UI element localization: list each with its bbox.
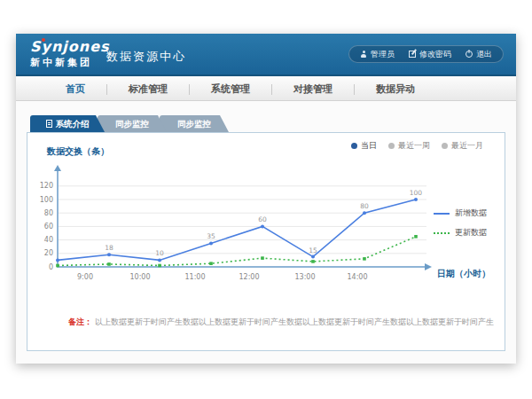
logo-brand: Synjones — [30, 40, 110, 54]
nav-item-data-change[interactable]: 数据异动 — [355, 82, 436, 96]
tab-sync-monitor-2-label: 同步监控 — [177, 115, 211, 132]
filter-today-label: 当日 — [361, 140, 377, 152]
footnote: 备注： 以上数据更新于时间产生数据以上数据更新于时间产生数据以上数据更新于时间产… — [68, 317, 494, 328]
logout-label: 退出 — [476, 49, 492, 60]
document-icon — [46, 120, 52, 128]
logout-button[interactable]: 退出 — [466, 49, 492, 60]
svg-text:18: 18 — [105, 244, 113, 252]
filter-last-week[interactable]: 最近一周 — [388, 140, 430, 152]
app-header: Synjones 新中新集团 数据资源中心 管理员 修改密码 退出 — [16, 34, 516, 76]
main-nav: 首页 标准管理 系统管理 对接管理 数据异动 — [16, 78, 516, 101]
svg-text:80: 80 — [44, 209, 53, 217]
nav-item-connect-mgmt[interactable]: 对接管理 — [272, 82, 354, 96]
nav-item-system-mgmt[interactable]: 系统管理 — [190, 82, 271, 96]
svg-text:100: 100 — [410, 189, 423, 197]
tab-system-intro[interactable]: 系统介绍 — [30, 115, 105, 132]
change-password-label: 修改密码 — [419, 49, 451, 60]
logo: Synjones 新中新集团 — [30, 40, 110, 69]
y-axis-title: 数据交换（条） — [47, 145, 109, 158]
svg-text:10: 10 — [155, 249, 164, 257]
logo-red-dot-icon — [42, 38, 45, 42]
page-title: 数据资源中心 — [106, 49, 186, 65]
footnote-text: 以上数据更新于时间产生数据以上数据更新于时间产生数据以上数据更新于时间产生数据以… — [95, 317, 494, 326]
x-axis-title: 日期（小时） — [437, 268, 490, 280]
chart-legend: 新增数据 更新数据 — [434, 207, 487, 239]
svg-text:100: 100 — [40, 196, 53, 204]
svg-text:0: 0 — [49, 263, 53, 271]
filter-last-month-label: 最近一月 — [451, 140, 483, 152]
legend-item-new-data: 新增数据 — [434, 207, 487, 219]
legend-new-data-label: 新增数据 — [455, 207, 487, 219]
svg-text:120: 120 — [40, 182, 53, 190]
line-chart: 0204060801001209:0010:0011:0012:0013:001… — [27, 162, 471, 286]
user-icon — [360, 51, 367, 58]
edit-icon — [409, 51, 416, 58]
svg-text:40: 40 — [44, 236, 53, 244]
radio-icon — [442, 143, 448, 149]
user-menu: 管理员 修改密码 退出 — [348, 45, 504, 63]
svg-text:10:00: 10:00 — [129, 273, 150, 281]
svg-text:60: 60 — [44, 223, 53, 231]
radio-icon — [388, 143, 395, 149]
user-account-button[interactable]: 管理员 — [360, 49, 395, 60]
tab-system-intro-label: 系统介绍 — [56, 115, 90, 132]
filter-last-month[interactable]: 最近一月 — [442, 140, 483, 152]
power-icon — [466, 51, 473, 58]
svg-text:14:00: 14:00 — [347, 273, 367, 281]
footnote-label: 备注： — [68, 317, 92, 326]
legend-updated-data-label: 更新数据 — [455, 227, 487, 239]
radio-selected-icon — [351, 143, 357, 149]
app-window: Synjones 新中新集团 数据资源中心 管理员 修改密码 退出 首页 标准管… — [16, 34, 516, 364]
legend-line-solid-icon — [434, 213, 450, 215]
filter-last-week-label: 最近一周 — [398, 140, 430, 152]
logo-company: 新中新集团 — [30, 56, 110, 69]
content-panel: 系统介绍 同步监控 同步监控 当日 最近一周 — [27, 115, 505, 351]
svg-text:35: 35 — [207, 232, 215, 240]
svg-text:20: 20 — [44, 249, 53, 257]
tab-bar: 系统介绍 同步监控 同步监控 — [30, 115, 505, 132]
user-account-label: 管理员 — [371, 49, 395, 60]
svg-text:60: 60 — [258, 215, 267, 223]
time-range-filters: 当日 最近一周 最近一月 — [351, 140, 483, 152]
tab-sync-monitor-1-label: 同步监控 — [115, 115, 149, 132]
svg-text:11:00: 11:00 — [184, 273, 205, 281]
tab-sync-monitor-2[interactable]: 同步监控 — [160, 115, 229, 132]
legend-line-dotted-icon — [434, 232, 450, 234]
tab-sync-monitor-1[interactable]: 同步监控 — [98, 115, 167, 132]
svg-text:9:00: 9:00 — [77, 273, 93, 281]
change-password-button[interactable]: 修改密码 — [409, 49, 451, 60]
chart-panel: 当日 最近一周 最近一月 数据交换（条） 0204060801001209:00… — [27, 132, 505, 351]
filter-today[interactable]: 当日 — [351, 140, 377, 152]
nav-item-home[interactable]: 首页 — [44, 82, 106, 96]
svg-text:13:00: 13:00 — [294, 273, 315, 281]
nav-item-standard-mgmt[interactable]: 标准管理 — [107, 82, 189, 96]
svg-text:15: 15 — [309, 246, 317, 254]
svg-text:80: 80 — [360, 202, 369, 210]
svg-text:12:00: 12:00 — [239, 273, 259, 281]
legend-item-updated-data: 更新数据 — [434, 227, 487, 239]
